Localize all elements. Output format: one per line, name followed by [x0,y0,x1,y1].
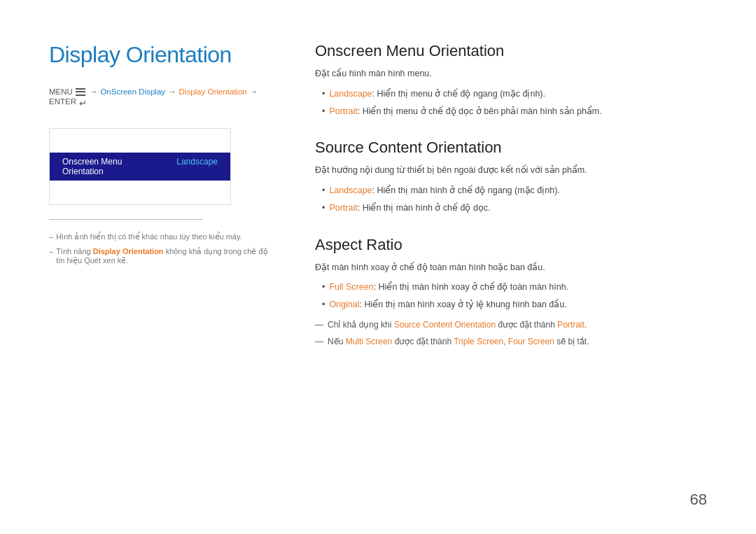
section-desc-onscreen: Đặt cấu hình màn hình menu. [315,67,707,80]
arrow-1: → [90,87,98,96]
note-text-1: Hình ảnh hiển thị có thể khác nhau tùy t… [56,232,242,241]
page-title: Display Orientation [49,42,273,68]
bullet-list-aspect: Full Screen: Hiển thị màn hình xoay ở ch… [322,281,707,311]
section-desc-source: Đặt hướng nội dung từ thiết bị bên ngoài… [315,164,707,177]
breadcrumb-display-orientation: Display Orientation [179,87,247,96]
divider [49,219,203,220]
bullet-landscape-source-label: Landscape: Hiển thị màn hình ở chế độ ng… [329,184,559,197]
section-title-aspect: Aspect Ratio [315,236,707,254]
left-notes: Hình ảnh hiển thị có thể khác nhau tùy t… [49,232,273,265]
bullet-original-label: Original: Hiển thị màn hình xoay ở tỷ lệ… [329,298,566,311]
section-title-onscreen: Onscreen Menu Orientation [315,42,707,60]
aspect-note-2: Nếu Multi Screen được đặt thành Triple S… [315,335,707,348]
bullet-portrait-onscreen: Portrait: Hiển thị menu ở chế độ dọc ở b… [322,105,707,118]
bullet-landscape-source: Landscape: Hiển thị màn hình ở chế độ ng… [322,184,707,197]
right-column: Onscreen Menu Orientation Đặt cấu hình m… [315,42,707,499]
page-number: 68 [690,491,707,509]
note-item-2: Tính năng Display Orientation không khả … [49,247,273,265]
aspect-note-2-text: Nếu Multi Screen được đặt thành Triple S… [328,335,589,348]
menu-label: MENU [49,87,73,96]
note-item-1: Hình ảnh hiển thị có thể khác nhau tùy t… [49,232,273,241]
section-aspect-ratio: Aspect Ratio Đặt màn hình xoay ở chế độ … [315,236,707,348]
bullet-portrait-label: Portrait: Hiển thị menu ở chế độ dọc ở b… [329,105,601,118]
preview-tab-onscreen: Onscreen Menu Orientation [50,153,164,181]
note-text-2: Tính năng Display Orientation không khả … [56,247,273,265]
bullet-list-source: Landscape: Hiển thị màn hình ở chế độ ng… [322,184,707,215]
enter-label: ENTER [49,97,76,106]
ui-preview-box: Onscreen Menu Orientation Landscape [49,128,231,205]
arrow-2: → [168,87,176,96]
left-column: Display Orientation MENU → OnScreen Disp… [49,42,273,499]
arrow-3: → [250,87,258,96]
section-source-content-orientation: Source Content Orientation Đặt hướng nội… [315,139,707,214]
section-desc-aspect: Đặt màn hình xoay ở chế độ toàn màn hình… [315,261,707,274]
note-highlight-display-orientation: Display Orientation [93,247,164,255]
enter-icon [79,98,89,106]
breadcrumb: MENU → OnScreen Display → Display Orient… [49,87,273,106]
bullet-fullscreen-label: Full Screen: Hiển thị màn hình xoay ở ch… [329,281,568,294]
bullet-fullscreen: Full Screen: Hiển thị màn hình xoay ở ch… [322,281,707,294]
bullet-landscape-label: Landscape: Hiển thị menu ở chế độ ngang … [329,87,545,101]
aspect-note-1: Chỉ khả dụng khi Source Content Orientat… [315,318,707,331]
bullet-landscape-onscreen: Landscape: Hiển thị menu ở chế độ ngang … [322,87,707,101]
bullet-portrait-source: Portrait: Hiển thị màn hình ở chế độ dọc… [322,202,707,215]
aspect-note-1-text: Chỉ khả dụng khi Source Content Orientat… [328,318,587,331]
bullet-original: Original: Hiển thị màn hình xoay ở tỷ lệ… [322,298,707,311]
section-title-source: Source Content Orientation [315,139,707,157]
menu-icon [76,88,85,96]
ui-preview-tabs: Onscreen Menu Orientation Landscape [50,153,230,181]
bullet-list-onscreen: Landscape: Hiển thị menu ở chế độ ngang … [322,87,707,118]
section-onscreen-menu-orientation: Onscreen Menu Orientation Đặt cấu hình m… [315,42,707,118]
bullet-portrait-source-label: Portrait: Hiển thị màn hình ở chế độ dọc… [329,202,490,215]
breadcrumb-onscreen-display: OnScreen Display [100,87,165,96]
page-container: Display Orientation MENU → OnScreen Disp… [0,0,756,534]
aspect-ratio-notes: Chỉ khả dụng khi Source Content Orientat… [315,318,707,348]
preview-tab-landscape: Landscape [164,153,230,181]
